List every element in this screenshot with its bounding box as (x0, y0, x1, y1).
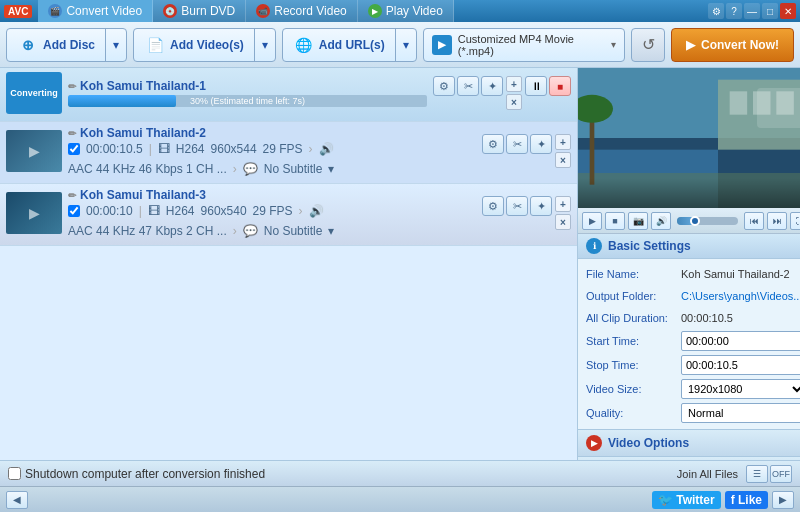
preview-play-btn[interactable]: ▶ (582, 212, 602, 230)
file-1-pencil-icon: ✏ (68, 81, 76, 92)
subtitle-arrow-3[interactable]: ▾ (328, 224, 334, 238)
toolbar: ⊕ Add Disc ▾ 📄 Add Video(s) ▾ 🌐 Add URL(… (0, 22, 800, 68)
right-panel: ▶ ■ 📷 🔊 ⏮ ⏭ ⛶ ⚙ ℹ Basic Settings File Na… (578, 68, 800, 460)
video-options-label: Video Options (608, 436, 689, 450)
add-video-button[interactable]: 📄 Add Video(s) (134, 29, 255, 61)
file-1-stop-btn[interactable]: ■ (549, 76, 571, 96)
settings-header: ℹ Basic Settings (578, 234, 800, 259)
facebook-button[interactable]: f Like (725, 491, 768, 509)
settings-title: Basic Settings (608, 239, 691, 253)
subtitle-arrow[interactable]: ▾ (328, 162, 334, 176)
audio-options-section[interactable]: ♫ Audio Options ▸ (578, 456, 800, 460)
settings-table: File Name: Koh Samui Thailand-2 Output F… (578, 259, 800, 429)
stop-time-input[interactable] (681, 355, 800, 375)
join-list-btn[interactable]: ☰ (746, 465, 768, 483)
video-options-section[interactable]: ▶ Video Options ▸ (578, 429, 800, 456)
help-winbtn[interactable]: ? (726, 3, 742, 19)
convert-now-button[interactable]: ▶ Convert Now! (671, 28, 794, 62)
file-2-checkbox[interactable] (68, 143, 80, 155)
file-3-checkbox[interactable] (68, 205, 80, 217)
file-1-add-btn[interactable]: + (506, 76, 522, 92)
preview-next-btn[interactable]: ⏭ (767, 212, 787, 230)
file-2-effect-btn[interactable]: ✦ (530, 134, 552, 154)
file-2-header: ✏ Koh Samui Thailand-2 00:00:10.5 | 🎞 H2… (6, 126, 571, 176)
file-3-clip-btn[interactable]: ✂ (506, 196, 528, 216)
nav-prev-btn[interactable]: ◀ (6, 491, 28, 509)
tab-record-video[interactable]: 📹 Record Video (246, 0, 358, 22)
file-1-progress-bar: 30% (Estimated time left: 7s) (68, 95, 427, 107)
output-folder-value[interactable]: C:\Users\yangh\Videos... (681, 290, 800, 302)
start-time-label: Start Time: (586, 335, 681, 347)
video-size-controls: 1920x10801280x7201920x1080 ⚙ (681, 379, 800, 399)
subtitle-icon: 💬 (243, 162, 258, 176)
maximize-btn[interactable]: □ (762, 3, 778, 19)
file-3-effect-btn[interactable]: ✦ (530, 196, 552, 216)
refresh-button[interactable]: ↺ (631, 28, 665, 62)
preview-capture-btn[interactable]: 📷 (628, 212, 648, 230)
file-2-del-btn[interactable]: × (555, 152, 571, 168)
video-icon-3: 🎞 (148, 204, 160, 218)
file-item-3: ✏ Koh Samui Thailand-3 00:00:10 | 🎞 H264… (0, 184, 577, 246)
tab-play-video[interactable]: ▶ Play Video (358, 0, 454, 22)
preview-prev-btn[interactable]: ⏮ (744, 212, 764, 230)
disc-icon: ⊕ (17, 34, 39, 56)
setting-file-name-row: File Name: Koh Samui Thailand-2 (578, 263, 800, 285)
close-btn[interactable]: ✕ (780, 3, 796, 19)
all-clip-duration-value: 00:00:10.5 (681, 312, 800, 324)
setting-video-size-row: Video Size: 1920x10801280x7201920x1080 ⚙ (578, 377, 800, 401)
main-content: Converting ✏ Koh Samui Thailand-1 30% (E… (0, 68, 800, 460)
file-1-del-btn[interactable]: × (506, 94, 522, 110)
file-1-name[interactable]: Koh Samui Thailand-1 (80, 79, 206, 93)
file-3-actions: ⚙ ✂ ✦ + × (482, 196, 571, 230)
join-toggle-btn[interactable]: OFF (770, 465, 792, 483)
file-2-meta: 00:00:10.5 | 🎞 H264 960x544 29 FPS › 🔊 A… (68, 142, 476, 176)
file-item-1: Converting ✏ Koh Samui Thailand-1 30% (E… (0, 68, 577, 122)
file-3-name[interactable]: Koh Samui Thailand-3 (80, 188, 206, 202)
minimize-btn[interactable]: — (744, 3, 760, 19)
file-1-effect-btn[interactable]: ✦ (481, 76, 503, 96)
preview-stop-btn[interactable]: ■ (605, 212, 625, 230)
settings-winbtn[interactable]: ⚙ (708, 3, 724, 19)
add-url-arrow[interactable]: ▾ (396, 29, 416, 61)
preview-seekbar[interactable] (677, 217, 738, 225)
file-2-name-row: ✏ Koh Samui Thailand-2 (68, 126, 476, 140)
file-name-value: Koh Samui Thailand-2 (681, 268, 800, 280)
preview-vol-btn[interactable]: 🔊 (651, 212, 671, 230)
preview-fullscreen-btn[interactable]: ⛶ (790, 212, 800, 230)
shutdown-checkbox[interactable] (8, 467, 21, 480)
file-1-clip-btn[interactable]: ✂ (457, 76, 479, 96)
file-2-name[interactable]: Koh Samui Thailand-2 (80, 126, 206, 140)
file-2-add-btn[interactable]: + (555, 134, 571, 150)
file-3-settings-btn[interactable]: ⚙ (482, 196, 504, 216)
file-3-add-btn[interactable]: + (555, 196, 571, 212)
file-2-thumbnail (6, 130, 62, 172)
tab-convert-video[interactable]: 🎬 Convert Video (38, 0, 153, 22)
start-time-input[interactable] (681, 331, 800, 351)
add-video-arrow[interactable]: ▾ (255, 29, 275, 61)
video-size-select[interactable]: 1920x10801280x7201920x1080 (681, 379, 800, 399)
nav-next-btn[interactable]: ▶ (772, 491, 794, 509)
quality-select[interactable]: NormalHighLowCustom (681, 403, 800, 423)
file-1-settings-btn[interactable]: ⚙ (433, 76, 455, 96)
tab-burn-dvd[interactable]: 💿 Burn DVD (153, 0, 246, 22)
file-1-pause-btn[interactable]: ⏸ (525, 76, 547, 96)
add-url-button[interactable]: 🌐 Add URL(s) (283, 29, 396, 61)
mp4-format-icon: ▶ (432, 35, 452, 55)
settings-header-icon: ℹ (586, 238, 602, 254)
add-video-group: 📄 Add Video(s) ▾ (133, 28, 276, 62)
file-2-settings-btn[interactable]: ⚙ (482, 134, 504, 154)
preview-controls: ▶ ■ 📷 🔊 ⏮ ⏭ ⛶ ⚙ (578, 208, 800, 234)
format-select[interactable]: ▶ Customized MP4 Movie (*.mp4) ▾ (423, 28, 625, 62)
file-2-pencil-icon: ✏ (68, 128, 76, 139)
file-1-info: ✏ Koh Samui Thailand-1 30% (Estimated ti… (68, 79, 427, 107)
setting-all-clip-duration-row: All Clip Duration: 00:00:10.5 (578, 307, 800, 329)
file-2-clip-btn[interactable]: ✂ (506, 134, 528, 154)
file-3-thumbnail (6, 192, 62, 234)
file-1-name-row: ✏ Koh Samui Thailand-1 (68, 79, 427, 93)
add-disc-button[interactable]: ⊕ Add Disc (7, 29, 106, 61)
file-3-del-btn[interactable]: × (555, 214, 571, 230)
add-disc-arrow[interactable]: ▾ (106, 29, 126, 61)
twitter-button[interactable]: 🐦 Twitter (652, 491, 720, 509)
file-2-info: ✏ Koh Samui Thailand-2 00:00:10.5 | 🎞 H2… (68, 126, 476, 176)
preview-progress-handle[interactable] (690, 216, 700, 226)
